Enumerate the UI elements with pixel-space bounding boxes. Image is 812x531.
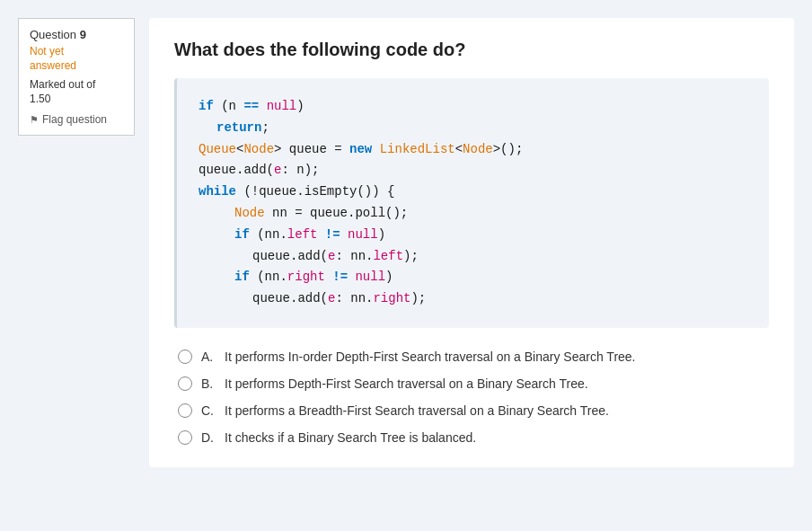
code-line-3: Queue<Node> queue = new LinkedList<Node>… xyxy=(199,139,747,161)
code-line-2: return; xyxy=(216,118,747,139)
question-number: 9 xyxy=(80,28,86,41)
option-a-letter: A. xyxy=(201,350,216,364)
options-list: A. It performs In-order Depth-First Sear… xyxy=(174,350,769,445)
option-a-text: It performs In-order Depth-First Search … xyxy=(225,350,636,364)
question-title: What does the following code do? xyxy=(174,40,769,60)
flag-question-link[interactable]: ⚑ Flag question xyxy=(30,113,123,126)
marked-out: Marked out of 1.50 xyxy=(30,78,123,106)
sidebar: Question 9 Not yet answered Marked out o… xyxy=(18,18,135,136)
option-c[interactable]: C. It performs a Breadth-First Search tr… xyxy=(178,403,765,418)
code-line-10: queue.add(e: nn.right); xyxy=(252,288,747,310)
question-info-box: Question 9 Not yet answered Marked out o… xyxy=(18,18,135,136)
keyword-if-1: if xyxy=(199,96,214,118)
code-line-9: if (nn.right != null) xyxy=(234,267,747,288)
option-b-text: It performs Depth-First Search traversal… xyxy=(225,376,588,391)
option-c-text: It performs a Breadth-First Search trave… xyxy=(225,403,609,418)
code-line-1: if (n == null) xyxy=(199,96,747,118)
option-c-letter: C. xyxy=(201,403,216,418)
marked-value: 1.50 xyxy=(30,93,50,105)
code-line-5: while (!queue.isEmpty()) { xyxy=(199,181,747,203)
keyword-while: while xyxy=(199,181,236,203)
option-b-letter: B. xyxy=(201,376,216,391)
option-a[interactable]: A. It performs In-order Depth-First Sear… xyxy=(178,350,765,364)
question-status: Not yet answered xyxy=(30,45,123,73)
radio-a[interactable] xyxy=(178,350,192,364)
code-line-4: queue.add(e: n); xyxy=(199,160,747,181)
main-content: What does the following code do? if (n =… xyxy=(149,18,794,467)
flag-question-label: Flag question xyxy=(42,113,107,126)
code-line-7: if (nn.left != null) xyxy=(234,225,747,246)
option-d-letter: D. xyxy=(201,430,216,445)
code-line-6: Node nn = queue.poll(); xyxy=(234,203,747,225)
radio-b[interactable] xyxy=(178,376,192,391)
radio-c[interactable] xyxy=(178,403,192,418)
radio-d[interactable] xyxy=(178,430,192,445)
option-d[interactable]: D. It checks if a Binary Search Tree is … xyxy=(178,430,765,445)
question-label: Question 9 xyxy=(30,28,123,41)
code-block: if (n == null) return; Queue<Node> queue… xyxy=(174,78,769,328)
option-b[interactable]: B. It performs Depth-First Search traver… xyxy=(178,376,765,391)
code-line-8: queue.add(e: nn.left); xyxy=(252,246,747,268)
option-d-text: It checks if a Binary Search Tree is bal… xyxy=(225,430,476,445)
flag-icon: ⚑ xyxy=(30,114,39,126)
